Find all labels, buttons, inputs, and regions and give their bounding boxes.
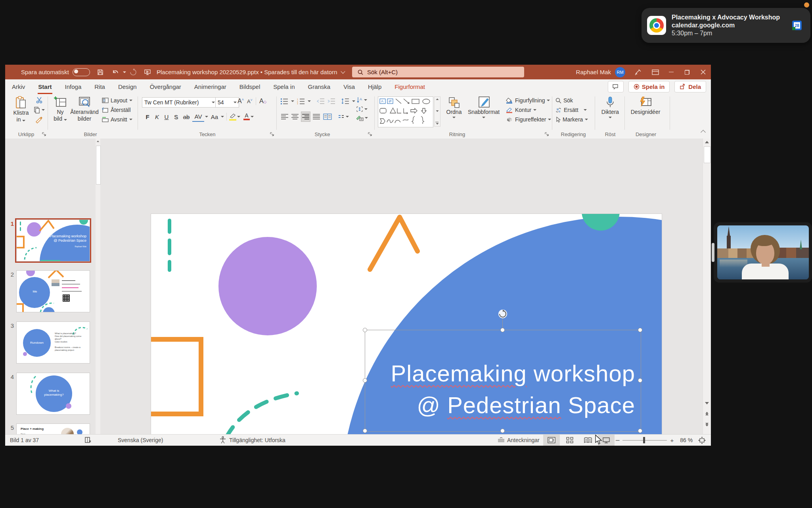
view-sorter-button[interactable]: [561, 435, 578, 446]
paste-button[interactable]: Klistrain: [10, 96, 32, 123]
view-normal-button[interactable]: [543, 435, 560, 446]
restore-button[interactable]: [679, 65, 695, 79]
ribbon-display-icon[interactable]: [651, 69, 659, 76]
slide-thumbnail-1[interactable]: Placemaking workshop @ Pedestrian Space …: [16, 219, 90, 262]
reset-button[interactable]: Återställ: [102, 107, 132, 113]
notification-banner[interactable]: Placemaking x Advocacy Workshop calendar…: [642, 8, 810, 43]
shape-gallery[interactable]: A ⇄: [378, 96, 433, 127]
quick-styles-button[interactable]: Snabbformat: [463, 96, 504, 118]
handle-mid-left[interactable]: [363, 378, 367, 383]
tab-bildspel[interactable]: Bildspel: [238, 79, 262, 94]
textbox-selection[interactable]: [365, 330, 641, 432]
reuse-slides-button[interactable]: Återanvändbilder: [68, 96, 101, 122]
language-status[interactable]: Svenska (Sverige): [118, 437, 163, 443]
tab-animeringar[interactable]: Animeringar: [193, 79, 228, 94]
highlight-color-button[interactable]: [229, 113, 236, 121]
tab-visa[interactable]: Visa: [342, 79, 356, 94]
bullets-icon[interactable]: [280, 98, 288, 104]
zoom-out-button[interactable]: –: [616, 436, 619, 444]
view-reading-button[interactable]: [580, 435, 596, 446]
scroll-down-arrow[interactable]: [705, 402, 709, 404]
decrease-font-icon[interactable]: A˅: [247, 98, 253, 104]
columns-icon[interactable]: [322, 112, 333, 121]
scroll-up-arrow[interactable]: [705, 141, 709, 143]
handle-bottom-center[interactable]: [500, 429, 505, 433]
handle-mid-right[interactable]: [638, 378, 642, 383]
collapse-ribbon-chevron[interactable]: [701, 131, 705, 134]
comments-button[interactable]: [608, 81, 624, 92]
undo-icon[interactable]: [111, 69, 119, 76]
underline-button[interactable]: U: [162, 112, 171, 121]
align-left-button[interactable]: [280, 112, 289, 121]
share-button[interactable]: Dela: [674, 81, 706, 92]
user-name[interactable]: Raphael Mak: [576, 69, 611, 75]
webcam-overlay[interactable]: [714, 222, 812, 283]
autosave-toggle[interactable]: [73, 68, 90, 76]
tab-rita[interactable]: Rita: [93, 79, 106, 94]
font-color-caret[interactable]: [251, 116, 254, 117]
increase-font-icon[interactable]: A˄: [237, 98, 244, 105]
highlight-caret[interactable]: [237, 116, 240, 117]
character-spacing-button[interactable]: AV: [192, 112, 204, 122]
handle-top-right[interactable]: [638, 328, 642, 332]
justify-button[interactable]: [312, 112, 321, 121]
slide-thumbnail-3[interactable]: Rundown What is placemaking? How did pla…: [16, 321, 90, 364]
numbering-caret[interactable]: [308, 100, 311, 102]
text-direction-caret[interactable]: [364, 99, 367, 101]
webcam-drag-handle[interactable]: [712, 243, 714, 262]
font-family-select[interactable]: Tw Cen MT (Rubriker): [142, 97, 217, 108]
slide-thumbnail-2[interactable]: Me: [16, 270, 90, 312]
zoom-in-button[interactable]: +: [670, 437, 674, 444]
thumb-scroll-thumb[interactable]: [96, 146, 101, 185]
design-ideas-button[interactable]: Designidéer: [628, 96, 663, 115]
rotate-handle[interactable]: [498, 309, 508, 319]
shapes-more-button[interactable]: [435, 122, 439, 125]
dictate-button[interactable]: Diktera: [598, 96, 623, 118]
shape-effects-button[interactable]: Figureffekter: [506, 116, 551, 123]
tab-overgangar[interactable]: Övergångar: [149, 79, 182, 94]
bullets-caret[interactable]: [291, 100, 294, 102]
line-spacing-caret[interactable]: [352, 100, 355, 102]
tab-hjalp[interactable]: Hjälp: [367, 79, 383, 94]
align-right-button[interactable]: [301, 112, 310, 122]
italic-button[interactable]: K: [153, 112, 161, 121]
accessibility-status[interactable]: Tillgänglighet: Utforska: [229, 437, 285, 443]
arrange-button[interactable]: Ordna: [443, 96, 465, 118]
spellcheck-icon[interactable]: [84, 437, 92, 443]
align-text-icon[interactable]: [356, 106, 363, 112]
shapes-scroll-down[interactable]: [436, 110, 439, 112]
handle-top-center[interactable]: [500, 328, 505, 332]
slide-thumbnail-5[interactable]: Place + making Think: • What is a place?…: [16, 423, 90, 434]
scroll-thumb[interactable]: [704, 146, 710, 163]
handle-bottom-left[interactable]: [363, 429, 367, 433]
change-case-button[interactable]: Aa: [209, 112, 220, 121]
tab-arkiv[interactable]: Arkiv: [11, 79, 26, 94]
title-dropdown-chevron[interactable]: [341, 69, 345, 73]
section-button[interactable]: Avsnitt: [102, 116, 132, 123]
shapes-scroll-up[interactable]: [436, 98, 439, 100]
font-color-button[interactable]: A: [243, 113, 250, 120]
layout-button[interactable]: Layout: [102, 97, 132, 104]
notes-button[interactable]: Anteckningar: [498, 435, 540, 446]
zoom-slider[interactable]: [622, 435, 667, 446]
smartart-caret[interactable]: [365, 117, 368, 119]
next-slide-button[interactable]: [705, 423, 709, 427]
undo-dropdown-caret[interactable]: [123, 71, 126, 73]
slide-canvas[interactable]: Placemaking workshop @ Pedestrian Space …: [151, 214, 662, 434]
tab-spela-in[interactable]: Spela in: [272, 79, 296, 94]
font-dialog-launcher[interactable]: [270, 132, 274, 137]
paragraph-dialog-launcher[interactable]: [368, 132, 372, 137]
drawing-dialog-launcher[interactable]: [544, 132, 549, 137]
align-text-caret[interactable]: [364, 108, 368, 110]
fit-to-window-icon[interactable]: [698, 437, 706, 444]
format-painter-icon[interactable]: [35, 116, 43, 123]
text-shadow-button[interactable]: S: [172, 112, 180, 121]
cut-icon[interactable]: [36, 96, 43, 104]
copy-caret[interactable]: [42, 109, 45, 111]
strikethrough-button[interactable]: ab: [181, 112, 192, 121]
canvas-scrollbar[interactable]: [703, 139, 711, 434]
tab-infoga[interactable]: Infoga: [64, 79, 83, 94]
clear-formatting-icon[interactable]: A◇: [259, 98, 266, 105]
case-caret[interactable]: [221, 116, 224, 117]
slide-thumbnail-4[interactable]: What is placemaking?: [16, 373, 90, 415]
